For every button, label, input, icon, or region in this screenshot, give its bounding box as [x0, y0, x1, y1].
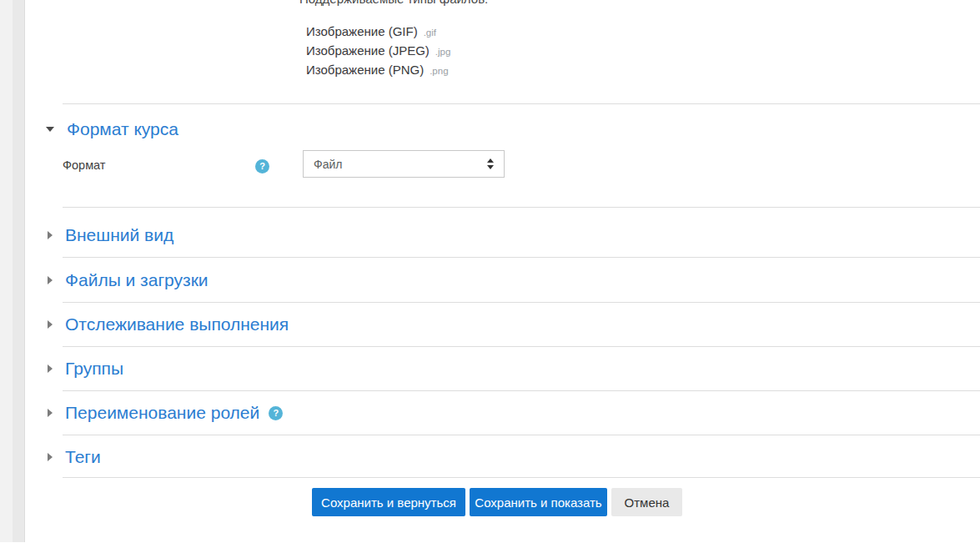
- select-arrows-icon: [487, 158, 494, 169]
- filetype-label: Изображение (PNG): [306, 63, 424, 77]
- filetype-extension: .png: [430, 66, 448, 76]
- section-header-role-renaming[interactable]: Переименование ролей ?: [46, 401, 283, 425]
- chevron-right-icon: [48, 364, 53, 373]
- filetype-item: Изображение (PNG).png: [306, 63, 449, 77]
- help-icon[interactable]: ?: [255, 159, 269, 173]
- chevron-right-icon: [48, 409, 53, 417]
- section-divider: [63, 477, 980, 478]
- section-header-course-format[interactable]: Формат курса: [46, 118, 178, 141]
- format-select-value: Файл: [314, 158, 487, 171]
- course-settings-page: Поддерживаемые типы файлов: Изображение …: [0, 0, 980, 548]
- filetype-label: Изображение (GIF): [306, 24, 418, 38]
- save-and-return-button[interactable]: Сохранить и вернуться: [312, 488, 465, 516]
- left-gutter-inner: [13, 0, 25, 542]
- section-divider: [63, 207, 980, 208]
- section-divider: [63, 390, 980, 391]
- form-actions: Сохранить и вернуться Сохранить и показа…: [312, 488, 682, 516]
- section-header-tags[interactable]: Теги: [46, 445, 101, 469]
- format-field-label: Формат: [63, 158, 106, 172]
- filetype-extension: .gif: [424, 28, 436, 38]
- filetype-label: Изображение (JPEG): [306, 43, 430, 58]
- section-divider: [63, 103, 980, 104]
- cancel-button[interactable]: Отмена: [611, 488, 682, 516]
- section-title[interactable]: Переименование ролей: [65, 403, 259, 423]
- section-divider: [63, 257, 980, 258]
- filetype-item: Изображение (GIF).gif: [306, 24, 436, 38]
- section-title[interactable]: Теги: [65, 447, 101, 467]
- section-title[interactable]: Внешний вид: [65, 225, 173, 245]
- filetype-item: Изображение (JPEG).jpg: [306, 43, 450, 58]
- section-title[interactable]: Файлы и загрузки: [65, 270, 209, 290]
- section-title[interactable]: Группы: [65, 359, 123, 379]
- format-select[interactable]: Файл: [303, 150, 505, 178]
- section-header-completion-tracking[interactable]: Отслеживание выполнения: [46, 313, 289, 336]
- section-header-files-uploads[interactable]: Файлы и загрузки: [46, 269, 209, 292]
- chevron-down-icon: [46, 127, 54, 132]
- chevron-right-icon: [48, 320, 53, 329]
- section-header-groups[interactable]: Группы: [46, 357, 123, 380]
- save-and-display-button[interactable]: Сохранить и показать: [470, 488, 607, 516]
- chevron-right-icon: [48, 276, 53, 284]
- format-help[interactable]: ?: [255, 158, 269, 173]
- section-divider: [63, 346, 980, 347]
- left-gutter-outer: [0, 0, 13, 542]
- section-title[interactable]: Отслеживание выполнения: [65, 314, 289, 334]
- filetype-extension: .jpg: [435, 47, 451, 57]
- help-icon[interactable]: ?: [269, 406, 283, 420]
- section-divider: [63, 435, 980, 435]
- section-title[interactable]: Формат курса: [67, 119, 178, 139]
- supported-filetypes-heading: Поддерживаемые типы файлов:: [299, 0, 488, 6]
- section-divider: [63, 302, 980, 303]
- chevron-right-icon: [48, 453, 53, 461]
- chevron-right-icon: [48, 231, 53, 239]
- section-header-appearance[interactable]: Внешний вид: [46, 224, 173, 247]
